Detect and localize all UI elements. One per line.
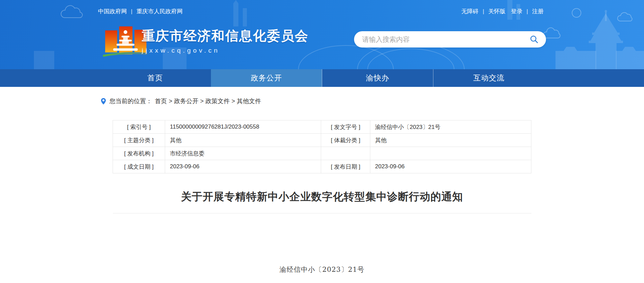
link-accessibility[interactable]: 无障碍 — [461, 7, 479, 15]
topbar-divider: | — [483, 8, 484, 15]
breadcrumb-separator: > — [232, 98, 235, 105]
search-box — [354, 31, 546, 48]
meta-value-topic-class: 其他 — [165, 134, 321, 147]
topbar-left-links: 中国政府网 | 重庆市人民政府网 — [98, 7, 182, 15]
location-pin-icon — [101, 98, 106, 105]
meta-label-issuing-agency: [ 发布机构 ] — [113, 147, 165, 160]
table-row: [ 发布机构 ] 市经济信息委 — [113, 147, 531, 160]
nav-tab-yukuaiban[interactable]: 渝快办 — [322, 69, 433, 87]
nav-tab-home[interactable]: 首页 — [100, 69, 211, 87]
meta-value-issuing-agency: 市经济信息委 — [165, 147, 321, 160]
link-care-version[interactable]: 关怀版 — [488, 7, 506, 15]
breadcrumb-separator: > — [169, 98, 173, 105]
meta-label-genre-class: [ 体裁分类 ] — [321, 134, 370, 147]
breadcrumb-prefix: 您当前的位置： — [110, 97, 152, 105]
search-input[interactable] — [362, 36, 529, 43]
page-title: 关于开展专精特新中小企业数字化转型集中诊断行动的通知 — [68, 190, 577, 204]
meta-value-empty — [370, 147, 531, 160]
meta-value-written-date: 2023-09-06 — [165, 160, 321, 173]
meta-value-publish-date: 2023-09-06 — [370, 160, 531, 173]
meta-label-written-date: [ 成文日期 ] — [113, 160, 165, 173]
table-row: [ 索引号 ] 11500000009276281J/2023-00558 [ … — [113, 120, 531, 134]
breadcrumb: 您当前的位置： 首页 > 政务公开 > 政策文件 > 其他文件 — [101, 97, 544, 105]
meta-label-doc-number: [ 发文字号 ] — [321, 120, 370, 134]
nav-tab-gov-affairs[interactable]: 政务公开 — [211, 69, 322, 87]
document-meta-table: [ 索引号 ] 11500000009276281J/2023-00558 [ … — [113, 120, 531, 173]
breadcrumb-other-files[interactable]: 其他文件 — [237, 97, 261, 105]
breadcrumb-home[interactable]: 首页 — [155, 97, 167, 105]
search-icon[interactable] — [529, 34, 539, 44]
meta-label-publish-date: [ 发布日期 ] — [321, 160, 370, 173]
header-skyline-illustration — [0, 0, 644, 69]
meta-label-index: [ 索引号 ] — [113, 120, 165, 134]
site-url: jjxxw.cq.gov.cn — [142, 47, 309, 54]
meta-label-empty — [321, 147, 370, 160]
link-login[interactable]: 登录 — [511, 7, 523, 15]
site-header: 中国政府网 | 重庆市人民政府网 无障碍 | 关怀版 登录 | 注册 — [0, 0, 644, 69]
meta-value-genre-class: 其他 — [370, 134, 531, 147]
meta-label-topic-class: [ 主题分类 ] — [113, 134, 165, 147]
title-divider — [113, 213, 531, 213]
meta-value-index: 11500000009276281J/2023-00558 — [165, 120, 321, 134]
table-row: [ 主题分类 ] 其他 [ 体裁分类 ] 其他 — [113, 134, 531, 147]
link-china-gov[interactable]: 中国政府网 — [98, 7, 127, 15]
meta-value-doc-number: 渝经信中小〔2023〕21号 — [370, 120, 531, 134]
topbar-right-links: 无障碍 | 关怀版 登录 | 注册 — [461, 7, 544, 15]
breadcrumb-gov-affairs[interactable]: 政务公开 — [174, 97, 198, 105]
brand-block: 重庆市经济和信息化委员会 jjxxw.cq.gov.cn — [142, 29, 309, 54]
table-row: [ 成文日期 ] 2023-09-06 [ 发布日期 ] 2023-09-06 — [113, 160, 531, 173]
topbar-divider: | — [527, 8, 528, 15]
nav-tab-interaction[interactable]: 互动交流 — [433, 69, 545, 87]
topbar-divider: | — [131, 8, 132, 15]
link-chongqing-gov[interactable]: 重庆市人民政府网 — [136, 7, 182, 15]
breadcrumb-policy-files[interactable]: 政策文件 — [206, 97, 230, 105]
breadcrumb-separator: > — [200, 98, 204, 105]
link-register[interactable]: 注册 — [532, 7, 544, 15]
site-title: 重庆市经济和信息化委员会 — [142, 29, 309, 44]
main-nav: 首页 政务公开 渝快办 互动交流 — [0, 69, 644, 87]
document-number: 渝经信中小〔2023〕21号 — [0, 265, 644, 274]
